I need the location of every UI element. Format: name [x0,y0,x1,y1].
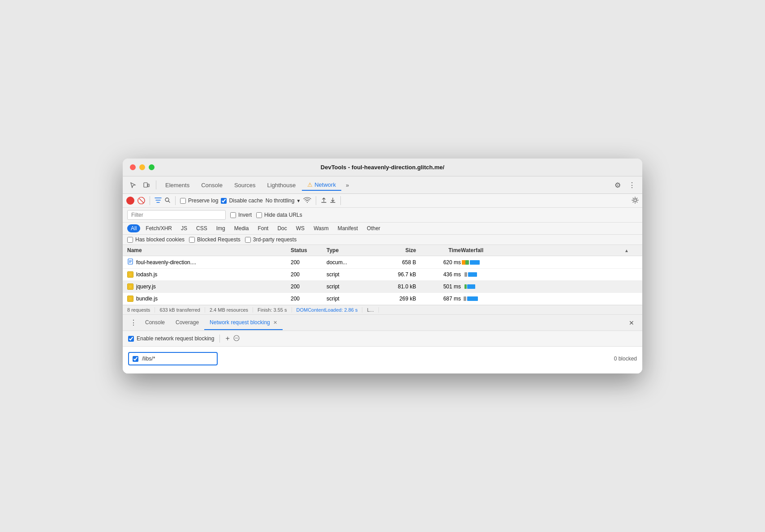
js-icon [127,271,133,278]
chevron-down-icon: ▼ [296,198,301,203]
blocking-toolbar: Enable network request blocking + [123,331,642,347]
blocked-cookies-label[interactable]: Has blocked cookies [127,236,185,243]
close-bottom-panel-button[interactable]: ✕ [625,317,638,329]
cursor-icon[interactable] [127,179,139,191]
dom-content-loaded: DOMContentLoaded: 2.86 s [292,307,363,313]
tab-console[interactable]: Console [196,180,228,190]
table-row[interactable]: lodash.js 200 script 96.7 kB 436 ms [123,269,642,281]
hide-data-urls-checkbox[interactable] [256,212,262,218]
window-title: DevTools - foul-heavenly-direction.glitc… [321,164,444,171]
type-btn-manifest[interactable]: Manifest [334,224,361,232]
table-row[interactable]: foul-heavenly-direction.... 200 docum...… [123,256,642,269]
devtools-window: DevTools - foul-heavenly-direction.glitc… [123,159,642,373]
requests-count: 8 requests [127,307,155,313]
throttle-select[interactable]: No throttling ▼ [266,197,301,204]
more-tabs-button[interactable]: » [342,180,352,190]
type-btn-font[interactable]: Font [254,224,272,232]
blocking-item[interactable]: /libs/* [128,352,218,365]
third-party-label[interactable]: 3rd-party requests [245,236,297,243]
sort-arrow[interactable]: ▲ [624,247,638,253]
close-button[interactable] [130,164,136,170]
bottom-tab-console[interactable]: Console [140,316,170,330]
upload-icon[interactable] [321,197,327,205]
download-icon[interactable] [330,197,336,205]
clear-patterns-button[interactable] [233,335,240,343]
blocked-requests-checkbox[interactable] [189,237,195,243]
blocking-row: /libs/* 0 blocked [128,350,637,367]
type-btn-media[interactable]: Media [231,224,253,232]
divider [219,335,220,343]
type-btn-js[interactable]: JS [177,224,191,232]
third-party-checkbox[interactable] [245,237,251,243]
tab-elements[interactable]: Elements [160,180,195,190]
invert-checkbox[interactable] [230,212,236,218]
titlebar: DevTools - foul-heavenly-direction.glitc… [123,159,642,176]
wifi-icon[interactable] [303,197,311,205]
row-name-text: jquery.js [136,283,156,290]
blocking-pattern: /libs/* [142,356,155,362]
col-status: Status [291,247,327,253]
waterfall-cell [461,271,624,278]
clear-button[interactable]: 🚫 [137,197,145,205]
waterfall-cell [461,283,624,290]
preserve-log-label[interactable]: Preserve log [180,197,218,204]
tab-sources[interactable]: Sources [229,180,261,190]
maximize-button[interactable] [149,164,155,170]
filter-input[interactable] [127,210,226,220]
row-size: 96.7 kB [371,271,416,278]
blocking-item-checkbox[interactable] [133,356,138,362]
network-table: Name Status Type Size Time Waterfall ▲ f… [123,245,642,305]
tab-network[interactable]: ⚠ Network [302,180,341,191]
filter-bar: Invert Hide data URLs [123,208,642,223]
network-settings-button[interactable] [632,197,639,205]
table-row[interactable]: bundle.js 200 script 269 kB 687 ms [123,293,642,305]
divider [340,196,341,205]
col-type: Type [327,247,371,253]
blocked-requests-label[interactable]: Blocked Requests [189,236,241,243]
js-icon [127,283,133,290]
more-menu-button[interactable]: ⋮ [626,179,638,191]
tab-bar: Elements Console Sources Lighthouse ⚠ Ne… [123,176,642,194]
disable-cache-label[interactable]: Disable cache [221,197,262,204]
row-size: 658 B [371,259,416,266]
row-type: docum... [327,259,371,266]
type-btn-other[interactable]: Other [363,224,384,232]
row-size: 269 kB [371,296,416,302]
type-btn-img[interactable]: Img [213,224,229,232]
bottom-tab-coverage[interactable]: Coverage [170,316,204,330]
type-btn-all[interactable]: All [127,224,140,232]
filter-icon[interactable] [155,197,162,205]
minimize-button[interactable] [139,164,145,170]
preserve-log-checkbox[interactable] [180,198,186,204]
invert-label[interactable]: Invert [230,212,252,218]
toolbar-right: ⚙ ⋮ [612,179,638,191]
hide-data-urls-label[interactable]: Hide data URLs [256,212,302,218]
add-pattern-button[interactable]: + [225,335,229,343]
blocked-cookies-checkbox[interactable] [127,237,133,243]
type-btn-fetchxhr[interactable]: Fetch/XHR [142,224,176,232]
type-btn-ws[interactable]: WS [292,224,308,232]
type-filter-bar: All Fetch/XHR JS CSS Img Media Font Doc … [123,223,642,235]
enable-blocking-label[interactable]: Enable network request blocking [128,335,214,342]
search-button[interactable] [164,197,171,205]
row-name-text: lodash.js [136,271,157,278]
document-icon [127,258,133,266]
waterfall-cell [461,295,624,302]
close-tab-icon[interactable]: ✕ [273,320,277,325]
bottom-more-button[interactable]: ⋮ [127,315,140,330]
device-icon[interactable] [141,179,152,191]
divider [156,180,156,189]
table-row[interactable]: jquery.js 200 script 81.0 kB 501 ms [123,281,642,293]
disable-cache-checkbox[interactable] [221,198,227,204]
type-btn-doc[interactable]: Doc [274,224,290,232]
type-btn-css[interactable]: CSS [193,224,211,232]
type-btn-wasm[interactable]: Wasm [310,224,332,232]
main-tabs: Elements Console Sources Lighthouse ⚠ Ne… [160,180,610,191]
bottom-tab-network-blocking[interactable]: Network request blocking ✕ [204,316,283,330]
row-size: 81.0 kB [371,283,416,290]
row-time: 687 ms [416,296,461,302]
enable-blocking-checkbox[interactable] [128,336,134,342]
record-button[interactable] [126,197,134,205]
settings-button[interactable]: ⚙ [612,179,623,191]
tab-lighthouse[interactable]: Lighthouse [262,180,301,190]
